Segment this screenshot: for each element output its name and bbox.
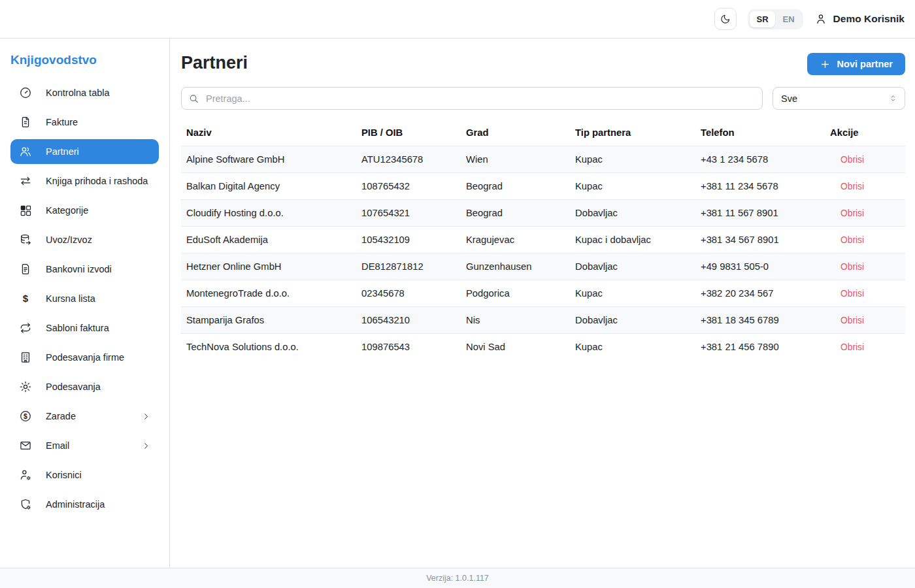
cell-grad: Wien [461, 146, 570, 173]
cell-pib: 106543210 [356, 307, 461, 334]
dollar-circle-icon: $ [19, 410, 32, 423]
app-footer: Verzija: 1.0.1.117 [0, 568, 915, 588]
sidebar-item-label: Kontrolna tabla [46, 88, 110, 98]
cell-grad: Podgorica [461, 280, 570, 307]
version-label: Verzija: 1.0.1.117 [426, 574, 489, 583]
exchange-arrows-icon [19, 174, 32, 188]
cell-telefon: +381 11 567 8901 [695, 200, 825, 227]
app-logo: Knjigovodstvo [10, 53, 159, 67]
sidebar-item-label: Administracija [46, 499, 105, 510]
table-row[interactable]: Stamparija Grafos 106543210 Nis Dobavlja… [181, 307, 905, 334]
cell-tip: Kupac [570, 146, 695, 173]
column-header-grad: Grad [461, 123, 570, 146]
sidebar: Knjigovodstvo Kontrolna tabla Fakture Pa… [0, 39, 170, 568]
sidebar-item-label: Partneri [46, 146, 79, 157]
sidebar-item-knjiga-prihoda-i-rashoda[interactable]: Knjiga prihoda i rashoda [10, 169, 159, 193]
sidebar-item-korisnici[interactable]: Korisnici [10, 463, 159, 487]
lang-sr-button[interactable]: SR [750, 11, 774, 27]
chevron-up-down-icon [888, 93, 898, 103]
shield-gear-icon [19, 498, 32, 511]
sidebar-item-label: Knjiga prihoda i rashoda [46, 176, 148, 186]
sidebar-item-podesavanja[interactable]: Podesavanja [10, 374, 159, 399]
person-icon [814, 12, 827, 25]
partner-type-filter[interactable]: Sve [773, 87, 905, 110]
sidebar-item-bankovni-izvodi[interactable]: Bankovni izvodi [10, 257, 159, 282]
dollar-icon: $ [19, 292, 32, 305]
cell-telefon: +381 21 456 7890 [695, 334, 825, 361]
partners-table: Naziv PIB / OIB Grad Tip partnera Telefo… [181, 123, 905, 361]
sidebar-item-label: Uvoz/Izvoz [46, 235, 92, 245]
sidebar-item-zarade[interactable]: $ Zarade [10, 404, 159, 429]
language-toggle: SR EN [748, 9, 803, 29]
column-header-pib-oib: PIB / OIB [356, 123, 461, 146]
table-row[interactable]: EduSoft Akademija 105432109 Kragujevac K… [181, 227, 905, 253]
cell-telefon: +381 18 345 6789 [695, 307, 825, 334]
new-partner-button[interactable]: Novi partner [807, 53, 905, 75]
table-row[interactable]: Hetzner Online GmbH DE812871812 Gunzenha… [181, 253, 905, 280]
table-row[interactable]: TechNova Solutions d.o.o. 109876543 Novi… [181, 334, 905, 361]
cell-grad: Novi Sad [461, 334, 570, 361]
delete-partner-button[interactable]: Obrisi [840, 155, 864, 165]
file-text-icon [19, 263, 32, 276]
users-icon [19, 145, 32, 158]
sidebar-item-label: Kursna lista [46, 293, 95, 304]
repeat-icon [19, 321, 32, 335]
sidebar-item-kategorije[interactable]: Kategorije [10, 198, 159, 223]
cell-telefon: +381 11 234 5678 [695, 173, 825, 200]
sidebar-item-label: Bankovni izvodi [46, 264, 112, 274]
table-header-row: Naziv PIB / OIB Grad Tip partnera Telefo… [181, 123, 905, 146]
sidebar-item-partneri[interactable]: Partneri [10, 139, 159, 164]
sidebar-item-uvoz-izvoz[interactable]: Uvoz/Izvoz [10, 227, 159, 252]
cell-tip: Dobavljac [570, 200, 695, 227]
svg-text:$: $ [23, 293, 29, 304]
lang-en-button[interactable]: EN [776, 11, 801, 27]
user-name: Demo Korisnik [833, 13, 905, 25]
cell-grad: Gunzenhausen [461, 253, 570, 280]
cell-naziv: Hetzner Online GmbH [181, 253, 356, 280]
cell-tip: Dobavljac [570, 307, 695, 334]
delete-partner-button[interactable]: Obrisi [840, 262, 864, 272]
search-box [181, 87, 763, 110]
cell-naziv: Cloudify Hosting d.o.o. [181, 200, 356, 227]
sidebar-item-podesavanja-firme[interactable]: Podesavanja firme [10, 345, 159, 370]
user-menu[interactable]: Demo Korisnik [814, 12, 905, 25]
delete-partner-button[interactable]: Obrisi [840, 342, 864, 352]
search-input[interactable] [181, 87, 763, 110]
delete-partner-button[interactable]: Obrisi [840, 289, 864, 299]
column-header-naziv: Naziv [181, 123, 356, 146]
sidebar-item-fakture[interactable]: Fakture [10, 110, 159, 135]
delete-partner-button[interactable]: Obrisi [840, 235, 864, 245]
grid-icon [19, 204, 32, 217]
sidebar-item-label: Podesavanja firme [46, 352, 124, 363]
cell-pib: ATU12345678 [356, 146, 461, 173]
cell-pib: DE812871812 [356, 253, 461, 280]
delete-partner-button[interactable]: Obrisi [840, 208, 864, 218]
cell-tip: Kupac [570, 334, 695, 361]
cell-pib: 02345678 [356, 280, 461, 307]
table-row[interactable]: Cloudify Hosting d.o.o. 107654321 Beogra… [181, 200, 905, 227]
sidebar-item-sabloni-faktura[interactable]: Sabloni faktura [10, 316, 159, 340]
search-icon [188, 93, 199, 104]
table-row[interactable]: Balkan Digital Agency 108765432 Beograd … [181, 173, 905, 200]
delete-partner-button[interactable]: Obrisi [840, 316, 864, 325]
sidebar-item-kontrolna-tabla[interactable]: Kontrolna tabla [10, 80, 159, 105]
sidebar-item-email[interactable]: Email [10, 433, 159, 458]
chevron-right-icon [142, 442, 150, 450]
cell-naziv: MontenegroTrade d.o.o. [181, 280, 356, 307]
plus-icon [820, 59, 831, 70]
cell-naziv: Balkan Digital Agency [181, 173, 356, 200]
table-row[interactable]: Alpine Software GmbH ATU12345678 Wien Ku… [181, 146, 905, 173]
cell-telefon: +43 1 234 5678 [695, 146, 825, 173]
sidebar-item-kursna-lista[interactable]: $ Kursna lista [10, 286, 159, 311]
moon-icon [720, 13, 731, 25]
sidebar-nav: Kontrolna tabla Fakture Partneri Knjiga … [10, 80, 159, 517]
theme-toggle-button[interactable] [714, 8, 737, 30]
cell-tip: Dobavljac [570, 253, 695, 280]
sidebar-item-label: Fakture [46, 117, 78, 127]
delete-partner-button[interactable]: Obrisi [840, 182, 864, 191]
cell-tip: Kupac [570, 280, 695, 307]
svg-text:$: $ [24, 413, 27, 420]
table-row[interactable]: MontenegroTrade d.o.o. 02345678 Podgoric… [181, 280, 905, 307]
database-export-icon [19, 233, 32, 246]
sidebar-item-administracija[interactable]: Administracija [10, 492, 159, 517]
